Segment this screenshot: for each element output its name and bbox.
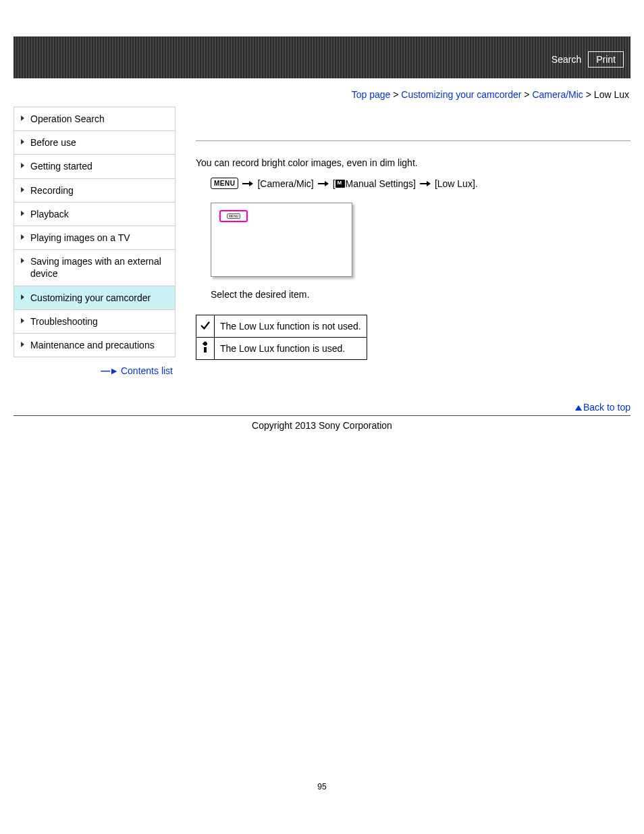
sidebar-item-saving-external[interactable]: Saving images with an external device	[14, 250, 175, 286]
sidebar-item-label: Customizing your camcorder	[30, 292, 151, 303]
divider	[196, 140, 630, 141]
table-row: The Low Lux function is not used.	[196, 315, 367, 338]
arrow-right-icon	[242, 181, 253, 186]
sidebar-item-before-use[interactable]: Before use	[14, 131, 175, 155]
breadcrumb-current: Low Lux	[594, 89, 629, 100]
sidebar-item-maintenance[interactable]: Maintenance and precautions	[14, 334, 175, 357]
option-description: The Low Lux function is not used.	[215, 315, 367, 338]
sidebar-item-recording[interactable]: Recording	[14, 179, 175, 203]
sidebar-item-operation-search[interactable]: Operation Search	[14, 107, 175, 131]
menu-path-segment: [Camera/Mic]	[257, 178, 313, 189]
menu-path: MENU [Camera/Mic] [Manual Settings] [Low…	[211, 178, 630, 189]
breadcrumb-separator: >	[393, 89, 401, 100]
intro-text: You can record bright color images, even…	[196, 157, 630, 168]
sidebar-item-label: Before use	[30, 137, 76, 148]
highlighted-menu-icon: MENU	[219, 210, 248, 222]
sidebar-item-label: Troubleshooting	[30, 316, 98, 327]
menu-path-segment: [Low Lux].	[435, 178, 478, 189]
copyright-text: Copyright 2013 Sony Corporation	[14, 420, 630, 431]
sidebar-item-label: Saving images with an external device	[30, 256, 161, 279]
triangle-up-icon	[575, 405, 582, 411]
step-screenshot: MENU	[211, 203, 352, 277]
breadcrumb-separator: >	[586, 89, 594, 100]
print-button[interactable]: Print	[588, 51, 624, 68]
table-row: The Low Lux function is used.	[196, 338, 367, 360]
sidebar-item-label: Playing images on a TV	[30, 232, 130, 243]
search-link[interactable]: Search	[552, 54, 581, 65]
sidebar-item-customizing[interactable]: Customizing your camcorder	[14, 286, 175, 310]
arrow-right-icon	[318, 181, 329, 186]
menu-badge-icon: MENU	[211, 178, 238, 189]
check-icon	[199, 319, 211, 332]
sidebar-item-playing-on-tv[interactable]: Playing images on a TV	[14, 226, 175, 250]
arrow-right-icon: —►	[101, 365, 118, 376]
divider	[14, 415, 630, 416]
header-bar: Search Print	[14, 36, 630, 78]
option-table: The Low Lux function is not used. The Lo…	[196, 315, 367, 360]
option-icon-cell	[196, 315, 215, 338]
back-to-top-link[interactable]: Back to top	[583, 402, 630, 413]
sidebar-item-label: Getting started	[30, 161, 92, 172]
sidebar-item-playback[interactable]: Playback	[14, 203, 175, 226]
main-content: You can record bright color images, even…	[196, 107, 630, 360]
sidebar-item-label: Recording	[30, 185, 74, 196]
menu-path-segment: [Manual Settings]	[333, 178, 416, 189]
sidebar-item-label: Maintenance and precautions	[30, 340, 155, 350]
sidebar-item-label: Playback	[30, 209, 69, 219]
step-instruction: Select the desired item.	[211, 289, 630, 300]
option-description: The Low Lux function is used.	[215, 338, 367, 360]
manual-settings-icon	[336, 180, 345, 188]
page-number: 95	[0, 782, 644, 791]
sidebar-item-label: Operation Search	[30, 113, 105, 124]
breadcrumb-separator: >	[524, 89, 532, 100]
option-icon-cell	[196, 338, 215, 360]
contents-list-link[interactable]: Contents list	[121, 365, 173, 376]
breadcrumb-item[interactable]: Top page	[352, 89, 391, 100]
sidebar-item-troubleshooting[interactable]: Troubleshooting	[14, 310, 175, 334]
arrow-right-icon	[420, 181, 431, 186]
sidebar-item-getting-started[interactable]: Getting started	[14, 155, 175, 178]
breadcrumb-item[interactable]: Customizing your camcorder	[401, 89, 521, 100]
sidebar: Operation Search Before use Getting star…	[14, 107, 176, 376]
candle-icon	[202, 343, 209, 353]
breadcrumb-item[interactable]: Camera/Mic	[532, 89, 583, 100]
breadcrumb: Top page > Customizing your camcorder > …	[0, 78, 644, 107]
